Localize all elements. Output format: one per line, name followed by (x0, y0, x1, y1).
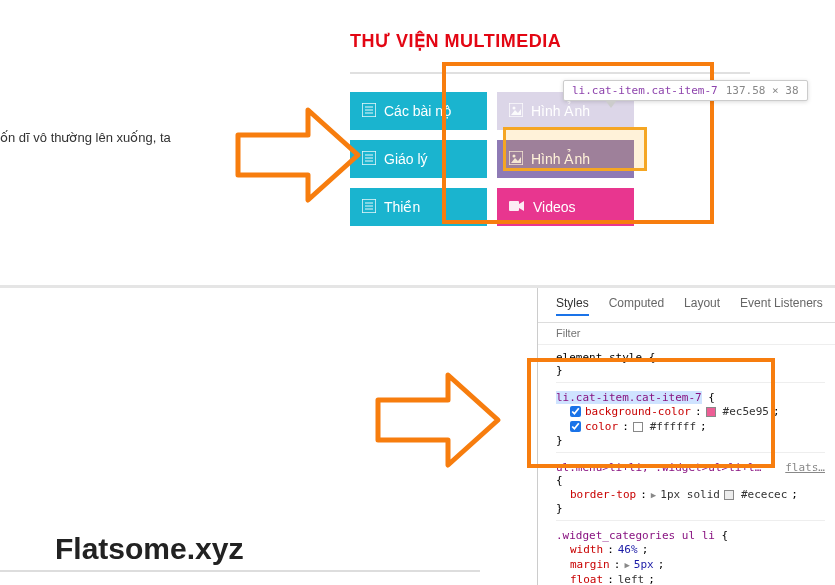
tab-event-listeners[interactable]: Event Listeners (740, 296, 823, 316)
cat-item-hinhanh[interactable]: Hình Ảnh (497, 140, 634, 178)
brace-open: { (715, 529, 728, 542)
video-icon (509, 199, 525, 215)
cat-label: Hình Ảnh (531, 151, 590, 167)
widget-title: THƯ VIỆN MULTIMEDIA (350, 30, 750, 52)
rule-selector: li.cat-item.cat-item-7 (556, 391, 702, 404)
brace-open: { (556, 474, 825, 487)
cat-item-bai[interactable]: Các bài nộ (350, 92, 487, 130)
rule-widget-categories[interactable]: .widget_categories ul li { width: 46%; m… (556, 529, 825, 585)
svg-rect-16 (509, 201, 519, 211)
svg-point-11 (513, 154, 516, 157)
cat-label: Giáo lý (384, 151, 428, 167)
tooltip-selector: li.cat-item.cat-item-7 (572, 84, 718, 97)
image-icon (509, 151, 523, 168)
tab-computed[interactable]: Computed (609, 296, 664, 316)
prop-color[interactable]: #ececec (741, 488, 787, 501)
svg-point-5 (513, 106, 516, 109)
annotation-arrow-bottom (368, 360, 508, 480)
prop-value[interactable]: 1px solid (660, 488, 720, 501)
prop-value[interactable]: 5px (634, 558, 654, 571)
page-preview: ốn dĩ vô thường lên xuống, ta THƯ VIỆN M… (0, 0, 835, 285)
body-text-fragment: ốn dĩ vô thường lên xuống, ta (0, 130, 171, 145)
cat-item-giaoly[interactable]: Giáo lý (350, 140, 487, 178)
devtools-tabs: Styles Computed Layout Event Listeners (538, 288, 835, 323)
cat-item-videos[interactable]: Videos (497, 188, 634, 226)
color-swatch-icon[interactable] (724, 490, 734, 500)
prop-name: width (570, 543, 603, 556)
cat-label: Hình Ảnh (531, 103, 590, 119)
rule-selector: element.style { (556, 351, 655, 364)
cat-item-thien[interactable]: Thiền (350, 188, 487, 226)
category-grid: Các bài nộ Hình Ảnh Giáo lý (350, 92, 750, 226)
tab-layout[interactable]: Layout (684, 296, 720, 316)
toggle-bg-checkbox[interactable] (570, 406, 581, 417)
rule-cat-item-7[interactable]: li.cat-item.cat-item-7 { background-colo… (556, 391, 825, 453)
brace-open: { (702, 391, 715, 404)
rule-ul-menu[interactable]: flats… ul.menu>li+li, .widget>ul>li+l… {… (556, 461, 825, 521)
devtools-panel: Styles Computed Layout Event Listeners e… (537, 288, 835, 585)
rule-element-style[interactable]: element.style { } (556, 351, 825, 383)
rule-close: } (556, 502, 825, 515)
watermark-text: Flatsome.xyz (55, 532, 243, 566)
cat-label: Thiền (384, 199, 420, 215)
image-icon (509, 103, 523, 120)
inspector-tooltip: li.cat-item.cat-item-7 137.58 × 38 (563, 80, 808, 101)
prop-value[interactable]: #ffffff (650, 420, 696, 433)
expand-triangle-icon[interactable]: ▶ (624, 560, 629, 570)
rule-source-link[interactable]: flats… (785, 461, 825, 474)
tooltip-dimensions: 137.58 × 38 (726, 84, 799, 97)
prop-name: margin (570, 558, 610, 571)
rule-close: } (556, 434, 825, 447)
prop-value[interactable]: left (618, 573, 645, 585)
expand-triangle-icon[interactable]: ▶ (651, 490, 656, 500)
rule-selector: ul.menu>li+li, .widget>ul>li+l… (556, 461, 761, 474)
toggle-color-checkbox[interactable] (570, 421, 581, 432)
styles-rules: element.style { } li.cat-item.cat-item-7… (538, 345, 835, 585)
prop-name: color (585, 420, 618, 433)
prop-name: background-color (585, 405, 691, 418)
watermark-underline (0, 570, 480, 572)
title-underline (350, 72, 750, 74)
multimedia-widget: THƯ VIỆN MULTIMEDIA Các bài nộ Hình Ảnh (350, 30, 750, 236)
prop-value[interactable]: #ec5e95 (723, 405, 769, 418)
prop-value[interactable]: 46% (618, 543, 638, 556)
annotation-arrow-top (228, 95, 368, 215)
styles-filter (538, 323, 835, 345)
prop-name: border-top (570, 488, 636, 501)
cat-label: Videos (533, 199, 576, 215)
rule-close: } (556, 364, 825, 377)
tab-styles[interactable]: Styles (556, 296, 589, 316)
color-swatch-icon[interactable] (706, 407, 716, 417)
rule-selector: .widget_categories ul li (556, 529, 715, 542)
filter-input[interactable] (556, 327, 825, 339)
color-swatch-icon[interactable] (633, 422, 643, 432)
tooltip-pointer-icon (605, 100, 617, 108)
prop-name: float (570, 573, 603, 585)
cat-label: Các bài nộ (384, 103, 452, 119)
